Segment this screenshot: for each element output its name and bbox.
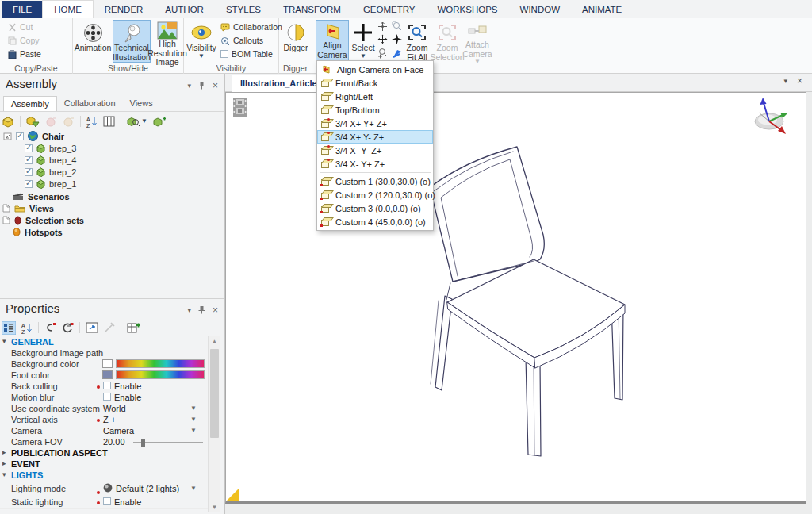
row-use-coordinate-system[interactable]: Use coordinate system World ▼: [0, 403, 208, 414]
row-motion-blur[interactable]: Motion blur Enable: [0, 392, 208, 403]
panel-close-icon[interactable]: ×: [213, 82, 218, 90]
pan-tool-button[interactable]: [377, 21, 388, 33]
tree-row-scenarios[interactable]: Scenarios: [13, 190, 70, 202]
motion-blur-checkbox[interactable]: [103, 393, 111, 401]
high-resolution-image-button[interactable]: High Resolution Image: [152, 20, 182, 63]
fly-through-button[interactable]: [391, 33, 403, 47]
row-camera-fov[interactable]: Camera FOV 20.00: [0, 436, 208, 447]
sort-alphabetical-button[interactable]: AZ: [21, 322, 33, 334]
animation-button[interactable]: Animation: [75, 20, 111, 63]
dropdown-arrow-icon[interactable]: ▼: [190, 405, 197, 412]
tree-row-brep1[interactable]: brep_1: [25, 178, 76, 190]
part-icon-button[interactable]: [2, 116, 14, 128]
back-culling-checkbox[interactable]: [103, 382, 111, 389]
menu-item-top-bottom[interactable]: Top/Bottom: [317, 103, 433, 117]
background-color-gradient-bar[interactable]: [116, 359, 205, 368]
row-vertical-axis[interactable]: Vertical axis Z + ▼: [0, 414, 208, 425]
part-visibility-checkbox[interactable]: [25, 144, 33, 152]
tab-transform[interactable]: TRANSFORM: [272, 0, 352, 18]
foot-color-gradient-bar[interactable]: [116, 370, 205, 379]
disabled-tool-icon-2[interactable]: [63, 116, 75, 128]
tree-expander-icon[interactable]: [3, 132, 12, 140]
3d-viewport-canvas[interactable]: [225, 92, 806, 504]
part-visibility-checkbox[interactable]: [25, 156, 33, 164]
visibility-button[interactable]: Visibility ▼: [186, 20, 217, 63]
tab-workshops[interactable]: WORKSHOPS: [426, 0, 508, 18]
zoom-fit-all-button[interactable]: Zoom Fit All: [403, 20, 431, 63]
row-background-color[interactable]: Background color: [0, 359, 208, 370]
file-menu-button[interactable]: FILE: [2, 1, 42, 18]
panel-pin-icon[interactable]: [198, 305, 205, 314]
menu-item-custom-3[interactable]: Custom 3 (0.0,0.0) (o): [317, 201, 433, 215]
panel-close-icon[interactable]: ×: [213, 306, 218, 314]
menu-item-34-xp-yp-zp[interactable]: 3/4 X+ Y+ Z+: [317, 117, 433, 130]
search-part-button[interactable]: ▼: [127, 116, 147, 128]
tree-row-hotspots[interactable]: Hotspots: [13, 226, 63, 238]
menu-item-custom-2[interactable]: Custom 2 (120.0,30.0) (o): [317, 188, 433, 201]
tree-row-brep4[interactable]: brep_4: [25, 154, 76, 166]
row-background-image-path[interactable]: Background image path: [0, 347, 208, 359]
paste-button[interactable]: Paste: [8, 49, 41, 59]
disabled-tool-icon-1[interactable]: [45, 116, 57, 128]
panel-collapse-icon[interactable]: ▾: [187, 82, 191, 90]
panel-splitter[interactable]: [0, 298, 224, 299]
digger-button[interactable]: Digger: [281, 20, 311, 63]
menu-item-34-xm-yp-zp[interactable]: 3/4 X- Y+ Z+: [317, 157, 433, 171]
bom-table-checkbox[interactable]: BOM Table: [220, 49, 273, 59]
copy-button[interactable]: Copy: [8, 36, 40, 45]
chair-visibility-checkbox[interactable]: [16, 132, 24, 140]
dropdown-arrow-icon[interactable]: ▼: [190, 416, 197, 423]
scroll-down-icon[interactable]: ▼: [209, 504, 220, 511]
menu-item-34-xm-ym-zp[interactable]: 3/4 X- Y- Z+: [317, 144, 433, 157]
cut-button[interactable]: Cut: [8, 22, 33, 32]
categorized-view-button[interactable]: [2, 321, 16, 335]
section-publication-aspect[interactable]: ▸ PUBLICATION ASPECT: [0, 447, 208, 458]
zoom-in-out-button[interactable]: [377, 48, 389, 60]
collaboration-toggle[interactable]: Collaboration: [220, 22, 282, 32]
dropdown-arrow-icon[interactable]: ▼: [190, 485, 197, 492]
column-view-button[interactable]: [103, 116, 115, 127]
menu-item-custom-4[interactable]: Custom 4 (45.0,0.0) (o): [317, 215, 433, 228]
properties-scrollbar[interactable]: ▲ ▼: [208, 336, 220, 512]
part-visibility-checkbox[interactable]: [25, 180, 33, 188]
static-lighting-checkbox[interactable]: [103, 497, 111, 505]
row-lighting-mode[interactable]: Lighting mode Default (2 lights) ▼: [0, 483, 208, 494]
row-static-lighting[interactable]: Static lighting Enable: [0, 497, 208, 508]
menu-item-34-xp-ym-zp[interactable]: 3/4 X+ Y- Z+: [317, 130, 433, 144]
collaboration-tab[interactable]: Collaboration: [57, 96, 123, 111]
row-foot-color[interactable]: Foot color: [0, 370, 208, 381]
align-camera-button[interactable]: Align Camera ▼: [316, 20, 349, 63]
add-part-button[interactable]: [153, 116, 166, 128]
menu-item-align-camera-on-face[interactable]: Align Camera on Face: [317, 63, 433, 76]
menu-item-front-back[interactable]: Front/Back: [317, 76, 433, 90]
linked-properties-button[interactable]: [86, 322, 98, 333]
tree-row-selection-sets[interactable]: Selection sets: [2, 214, 84, 226]
tree-row-brep2[interactable]: brep_2: [25, 166, 76, 178]
viewport-close-icon[interactable]: ×: [797, 77, 802, 86]
scrollbar-thumb[interactable]: [210, 349, 219, 438]
select-button[interactable]: Select ▼: [350, 20, 376, 63]
select-part-button[interactable]: [26, 116, 40, 128]
reset-properties-button[interactable]: [62, 322, 74, 333]
tree-row-views[interactable]: Views: [2, 202, 54, 214]
row-camera[interactable]: Camera Camera ▼: [0, 425, 208, 436]
attach-properties-button[interactable]: [104, 322, 115, 333]
viewport-menu-icon[interactable]: ▾: [783, 77, 787, 86]
attach-camera-button[interactable]: Attach Camera ▼: [463, 20, 492, 63]
tab-animate[interactable]: ANIMATE: [571, 0, 633, 18]
tab-author[interactable]: AUTHOR: [154, 0, 215, 18]
tab-render[interactable]: RENDER: [94, 0, 155, 18]
tree-row-brep3[interactable]: brep_3: [25, 142, 76, 154]
chair-wireframe-model[interactable]: [226, 93, 807, 501]
background-color-swatch[interactable]: [102, 359, 113, 368]
part-visibility-checkbox[interactable]: [25, 168, 33, 176]
tab-styles[interactable]: STYLES: [215, 0, 272, 18]
event-properties-button[interactable]: [44, 322, 56, 333]
tab-home[interactable]: HOME: [42, 0, 94, 18]
menu-item-right-left[interactable]: Right/Left: [317, 90, 433, 103]
views-tab[interactable]: Views: [123, 96, 160, 111]
scroll-up-icon[interactable]: ▲: [209, 338, 220, 345]
section-lights[interactable]: ▾ LIGHTS: [0, 470, 208, 481]
callouts-toggle[interactable]: Callouts: [220, 36, 263, 45]
assembly-tab[interactable]: Assembly: [3, 96, 57, 111]
